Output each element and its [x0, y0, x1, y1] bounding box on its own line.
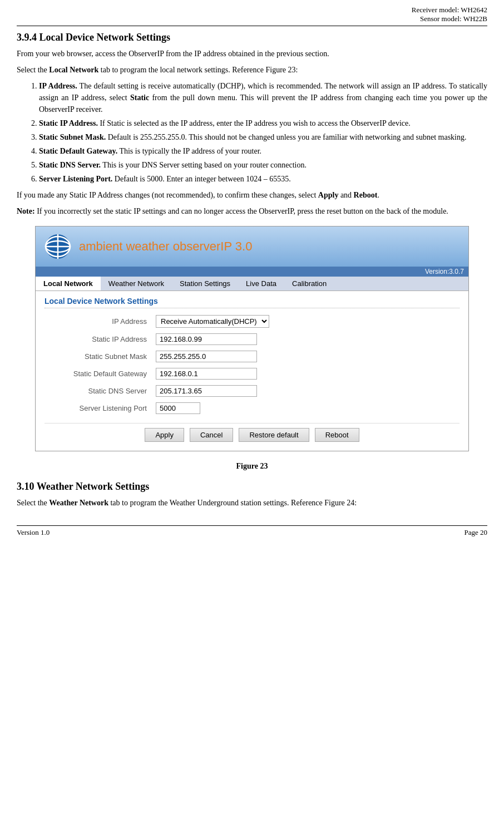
app-logo — [45, 233, 71, 260]
restore-default-button[interactable]: Restore default — [239, 428, 309, 442]
weather-network-bold: Weather Network — [49, 499, 108, 507]
section-394-title: 3.9.4 Local Device Network Settings — [17, 32, 487, 43]
gateway-row: Static Default Gateway — [45, 367, 459, 381]
dns-label: Static DNS Server — [45, 387, 156, 395]
apply-button[interactable]: Apply — [145, 428, 184, 442]
list-item-6-bold: Server Listening Port. — [39, 175, 112, 183]
static-ip-row: Static IP Address — [45, 332, 459, 346]
nav-station-settings[interactable]: Station Settings — [172, 277, 238, 291]
static-ip-input[interactable] — [156, 333, 257, 345]
subnet-mask-row: Static Subnet Mask — [45, 349, 459, 363]
figure-23: ambient weather observerIP 3.0 Version:3… — [35, 226, 469, 451]
reset-note: Note: If you incorrectly set the static … — [17, 205, 487, 217]
nav-calibration[interactable]: Calibration — [284, 277, 334, 291]
list-item-1: IP Address. The default setting is recei… — [39, 80, 487, 115]
version-text: Version:3.0.7 — [425, 268, 464, 275]
select-text: Select the — [17, 66, 49, 74]
section-310-pre: Select the — [17, 499, 49, 507]
footer-page: Page 20 — [464, 528, 487, 537]
ip-address-row: IP Address Receive Automatically(DHCP) S… — [45, 314, 459, 329]
nav-weather-network[interactable]: Weather Network — [101, 277, 172, 291]
section-310-intro: Select the Weather Network tab to progra… — [17, 497, 487, 509]
subnet-mask-input[interactable] — [156, 351, 257, 362]
select-para: Select the Local Network tab to program … — [17, 64, 487, 76]
nav-live-data[interactable]: Live Data — [238, 277, 284, 291]
port-input[interactable] — [156, 402, 200, 414]
figure-23-caption: Figure 23 — [17, 460, 487, 472]
ip-address-select[interactable]: Receive Automatically(DHCP) Static — [156, 315, 269, 328]
app-title-text: ambient weather observerIP 3.0 — [79, 239, 252, 254]
gateway-input[interactable] — [156, 368, 257, 380]
nav-local-network[interactable]: Local Network — [36, 277, 101, 291]
list-item-4: Static Default Gateway. This is typicall… — [39, 145, 487, 157]
reboot-button[interactable]: Reboot — [315, 428, 359, 442]
intro-para: From your web browser, access the Observ… — [17, 48, 487, 60]
nav-bar[interactable]: Local Network Weather Network Station Se… — [36, 277, 468, 291]
list-item-5: Static DNS Server. This is your DNS Serv… — [39, 159, 487, 171]
section-310-title: 3.10 Weather Network Settings — [17, 481, 487, 493]
receiver-model: Receiver model: WH2642 — [17, 6, 487, 14]
reboot-bold: Reboot — [354, 191, 378, 199]
port-label: Server Listening Port — [45, 404, 156, 412]
ip-address-label: IP Address — [45, 317, 156, 326]
footer-version: Version 1.0 — [17, 528, 50, 537]
static-ip-label: Static IP Address — [45, 335, 156, 343]
page-header: Receiver model: WH2642 Sensor model: WH2… — [17, 6, 487, 26]
list-item-1-bold: IP Address. — [39, 82, 77, 90]
list-item-3: Static Subnet Mask. Default is 255.255.2… — [39, 131, 487, 143]
list-item-4-bold: Static Default Gateway. — [39, 147, 117, 155]
list-item-3-bold: Static Subnet Mask. — [39, 133, 106, 141]
instructions-list: IP Address. The default setting is recei… — [39, 80, 487, 185]
list-item-5-bold: Static DNS Server. — [39, 161, 101, 169]
cancel-button[interactable]: Cancel — [190, 428, 233, 442]
button-row: Apply Cancel Restore default Reboot — [45, 423, 459, 442]
port-row: Server Listening Port — [45, 401, 459, 415]
form-section-title: Local Device Network Settings — [45, 297, 459, 308]
form-section: Local Device Network Settings IP Address… — [36, 291, 468, 451]
note-label: Note: — [17, 207, 35, 215]
static-bold: Static — [130, 93, 149, 102]
local-network-bold: Local Network — [49, 66, 98, 74]
section-310-after: tab to program the Weather Underground s… — [108, 499, 357, 507]
list-item-2: Static IP Address. If Static is selected… — [39, 117, 487, 129]
list-item-2-bold: Static IP Address. — [39, 119, 98, 127]
select-after: tab to program the local network setting… — [98, 66, 298, 74]
apply-note: If you made any Static IP Address change… — [17, 189, 487, 201]
dns-input[interactable] — [156, 385, 257, 397]
dns-server-row: Static DNS Server — [45, 384, 459, 398]
sensor-model: Sensor model: WH22B — [17, 14, 487, 23]
gateway-label: Static Default Gateway — [45, 370, 156, 378]
subnet-mask-label: Static Subnet Mask — [45, 352, 156, 361]
version-bar: Version:3.0.7 — [36, 267, 468, 277]
apply-bold: Apply — [318, 191, 339, 199]
page-footer: Version 1.0 Page 20 — [17, 525, 487, 537]
list-item-6: Server Listening Port. Default is 5000. … — [39, 173, 487, 185]
app-header: ambient weather observerIP 3.0 — [36, 227, 468, 267]
